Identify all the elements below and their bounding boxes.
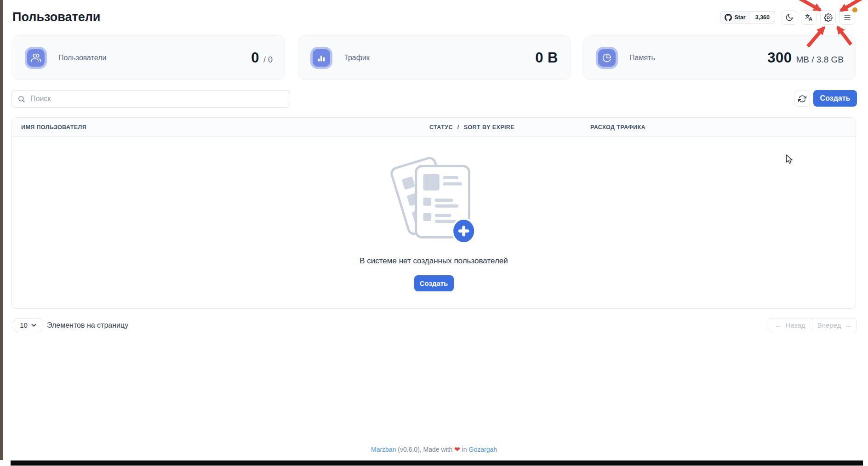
sort-by-expire[interactable]: SORT BY EXPIRE: [464, 124, 514, 131]
next-page-label: Вперед: [817, 321, 841, 329]
column-header-status: СТАТУС / SORT BY EXPIRE: [429, 124, 590, 131]
refresh-button[interactable]: [794, 91, 810, 107]
stat-value: 0 B: [535, 50, 558, 66]
stat-label: Память: [629, 54, 655, 62]
stat-value-main: 0: [251, 50, 259, 66]
hamburger-icon: [843, 13, 851, 22]
stat-card-users: Пользователи 0 / 0: [12, 35, 285, 80]
bar-chart-icon: [313, 49, 330, 67]
documents-illustration: [385, 154, 483, 244]
footer: Marzban (v0.6.0), Made with ❤ in Gozarga…: [0, 445, 868, 454]
moon-icon: [785, 13, 794, 22]
arrow-left-icon: ←: [775, 321, 782, 329]
stat-value-suffix: MB / 3.8 GB: [796, 55, 844, 65]
stat-value-main: 300: [767, 50, 792, 66]
page-title: Пользователи: [12, 10, 100, 24]
next-page-button[interactable]: Вперед →: [812, 318, 857, 332]
stat-card-traffic: Трафик 0 B: [298, 35, 571, 80]
arrow-right-icon: →: [845, 321, 851, 329]
search-box: [11, 90, 290, 108]
theme-toggle-button[interactable]: [782, 10, 797, 25]
empty-state-message: В системе нет созданных пользователей: [360, 256, 508, 266]
stat-value: 300 MB / 3.8 GB: [767, 50, 844, 66]
stat-value-main: 0 B: [535, 50, 558, 66]
search-icon: [17, 95, 25, 103]
stat-label: Пользователи: [58, 54, 106, 62]
language-button[interactable]: [801, 10, 817, 25]
table-header-row: ИМЯ ПОЛЬЗОВАТЕЛЯ СТАТУС / SORT BY EXPIRE…: [12, 118, 856, 137]
marzban-link[interactable]: Marzban: [371, 446, 396, 453]
users-table: ИМЯ ПОЛЬЗОВАТЕЛЯ СТАТУС / SORT BY EXPIRE…: [11, 117, 856, 309]
github-icon: [725, 14, 732, 21]
page-size-value: 10: [20, 321, 28, 329]
search-input[interactable]: [29, 94, 284, 103]
plus-icon: [452, 219, 475, 243]
translate-icon: [805, 13, 813, 22]
menu-button[interactable]: [839, 10, 855, 25]
notification-dot: [852, 7, 857, 12]
prev-page-button[interactable]: ← Назад: [768, 318, 812, 332]
stats-cards: Пользователи 0 / 0 Трафик 0 B Память 300: [12, 35, 856, 80]
stat-card-memory: Память 300 MB / 3.8 GB: [583, 35, 856, 80]
refresh-icon: [798, 95, 806, 103]
sort-by-status[interactable]: СТАТУС: [429, 124, 453, 131]
gear-icon: [824, 13, 833, 22]
pie-chart-icon: [598, 49, 616, 67]
empty-state-create-button[interactable]: Создать: [414, 275, 454, 291]
column-header-traffic[interactable]: РАСХОД ТРАФИКА: [590, 124, 856, 131]
page-size-select[interactable]: 10: [14, 318, 42, 332]
github-star-count[interactable]: 3,360: [750, 11, 775, 23]
prev-page-label: Назад: [786, 321, 805, 329]
footer-version-text: (v0.6.0), Made with: [396, 446, 454, 453]
gozargah-link[interactable]: Gozargah: [469, 446, 497, 453]
sort-divider: /: [457, 124, 459, 131]
pagination-controls: ← Назад Вперед →: [768, 318, 857, 332]
stat-value: 0 / 0: [251, 50, 273, 66]
github-star-button[interactable]: Star: [720, 11, 750, 23]
window-edge-strip: [0, 0, 3, 460]
window-bottom-bar: [11, 460, 863, 466]
github-star-widget[interactable]: Star 3,360: [720, 11, 775, 23]
page-size-label: Элементов на страницу: [47, 318, 128, 332]
create-user-button[interactable]: Создать: [813, 90, 857, 107]
footer-in-text: in: [460, 446, 469, 453]
users-icon: [27, 49, 45, 67]
header-actions: Star 3,360: [720, 10, 855, 25]
stat-label: Трафик: [344, 54, 370, 62]
stat-value-suffix: / 0: [263, 55, 273, 65]
table-empty-state: В системе нет созданных пользователей Со…: [12, 137, 856, 309]
heart-icon: ❤: [454, 445, 460, 453]
marzban-users-page: Пользователи Star 3,360: [0, 0, 868, 466]
chevron-down-icon: [31, 324, 36, 327]
column-header-username[interactable]: ИМЯ ПОЛЬЗОВАТЕЛЯ: [12, 124, 429, 131]
settings-button[interactable]: [820, 10, 836, 25]
github-star-label: Star: [734, 14, 745, 21]
